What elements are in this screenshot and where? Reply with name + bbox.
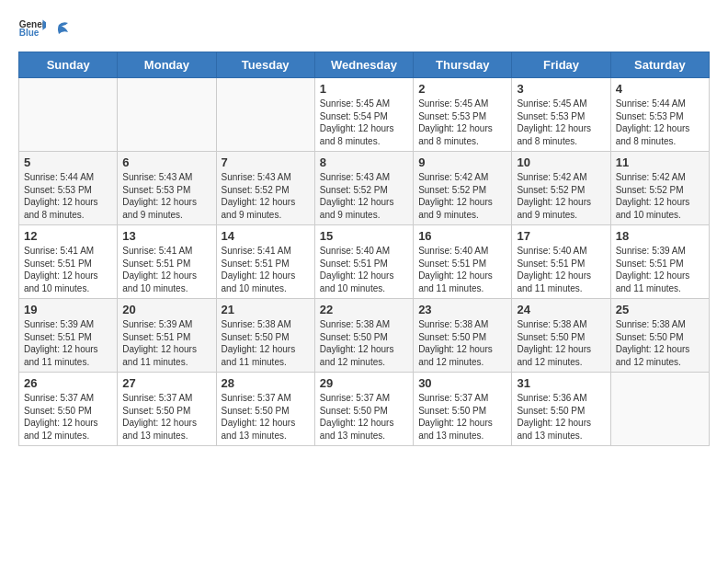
calendar-week-row: 1Sunrise: 5:45 AM Sunset: 5:54 PM Daylig… bbox=[19, 78, 710, 152]
logo: General Blue bbox=[18, 18, 70, 37]
day-number: 11 bbox=[616, 155, 704, 169]
day-number: 15 bbox=[320, 229, 408, 243]
day-info: Sunrise: 5:40 AM Sunset: 5:51 PM Dayligh… bbox=[517, 245, 605, 294]
day-info: Sunrise: 5:38 AM Sunset: 5:50 PM Dayligh… bbox=[418, 318, 506, 368]
day-info: Sunrise: 5:42 AM Sunset: 5:52 PM Dayligh… bbox=[418, 171, 506, 221]
day-info: Sunrise: 5:40 AM Sunset: 5:51 PM Dayligh… bbox=[320, 245, 408, 294]
day-number: 9 bbox=[418, 155, 506, 169]
calendar-cell: 30Sunrise: 5:37 AM Sunset: 5:50 PM Dayli… bbox=[414, 373, 512, 446]
calendar-cell: 7Sunrise: 5:43 AM Sunset: 5:52 PM Daylig… bbox=[216, 152, 314, 225]
calendar-cell: 25Sunrise: 5:38 AM Sunset: 5:50 PM Dayli… bbox=[610, 299, 709, 373]
calendar-cell: 4Sunrise: 5:44 AM Sunset: 5:53 PM Daylig… bbox=[610, 78, 709, 152]
day-info: Sunrise: 5:40 AM Sunset: 5:51 PM Dayligh… bbox=[418, 245, 506, 294]
day-info: Sunrise: 5:36 AM Sunset: 5:50 PM Dayligh… bbox=[517, 392, 605, 442]
day-info: Sunrise: 5:39 AM Sunset: 5:51 PM Dayligh… bbox=[616, 245, 704, 294]
day-info: Sunrise: 5:44 AM Sunset: 5:53 PM Dayligh… bbox=[616, 98, 704, 147]
day-number: 8 bbox=[320, 155, 408, 169]
calendar-cell: 6Sunrise: 5:43 AM Sunset: 5:53 PM Daylig… bbox=[118, 152, 216, 225]
day-number: 5 bbox=[24, 155, 112, 169]
day-number: 17 bbox=[517, 229, 605, 243]
day-number: 26 bbox=[24, 376, 112, 390]
day-info: Sunrise: 5:42 AM Sunset: 5:52 PM Dayligh… bbox=[616, 171, 704, 221]
calendar-cell: 31Sunrise: 5:36 AM Sunset: 5:50 PM Dayli… bbox=[512, 373, 610, 446]
day-number: 22 bbox=[320, 303, 408, 316]
calendar-cell: 14Sunrise: 5:41 AM Sunset: 5:51 PM Dayli… bbox=[216, 225, 314, 299]
calendar-body: 1Sunrise: 5:45 AM Sunset: 5:54 PM Daylig… bbox=[19, 78, 710, 446]
day-info: Sunrise: 5:37 AM Sunset: 5:50 PM Dayligh… bbox=[418, 392, 506, 442]
logo-icon: General Blue bbox=[18, 18, 46, 37]
day-info: Sunrise: 5:41 AM Sunset: 5:51 PM Dayligh… bbox=[122, 245, 210, 294]
calendar-cell: 23Sunrise: 5:38 AM Sunset: 5:50 PM Dayli… bbox=[414, 299, 512, 373]
day-info: Sunrise: 5:38 AM Sunset: 5:50 PM Dayligh… bbox=[517, 318, 605, 368]
day-info: Sunrise: 5:37 AM Sunset: 5:50 PM Dayligh… bbox=[122, 392, 210, 442]
calendar-cell: 2Sunrise: 5:45 AM Sunset: 5:53 PM Daylig… bbox=[414, 78, 512, 152]
calendar-cell bbox=[610, 373, 709, 446]
calendar-cell: 11Sunrise: 5:42 AM Sunset: 5:52 PM Dayli… bbox=[610, 152, 709, 225]
calendar-cell: 15Sunrise: 5:40 AM Sunset: 5:51 PM Dayli… bbox=[314, 225, 413, 299]
day-number: 20 bbox=[122, 303, 210, 316]
logo-bird-icon bbox=[50, 21, 70, 38]
day-info: Sunrise: 5:39 AM Sunset: 5:51 PM Dayligh… bbox=[122, 318, 210, 368]
day-info: Sunrise: 5:37 AM Sunset: 5:50 PM Dayligh… bbox=[320, 392, 408, 442]
day-number: 1 bbox=[320, 82, 408, 96]
day-of-week-header: Monday bbox=[118, 52, 216, 78]
day-info: Sunrise: 5:38 AM Sunset: 5:50 PM Dayligh… bbox=[616, 318, 704, 368]
day-info: Sunrise: 5:44 AM Sunset: 5:53 PM Dayligh… bbox=[24, 171, 112, 221]
day-info: Sunrise: 5:42 AM Sunset: 5:52 PM Dayligh… bbox=[517, 171, 605, 221]
day-of-week-header: Sunday bbox=[19, 52, 118, 78]
calendar-cell: 29Sunrise: 5:37 AM Sunset: 5:50 PM Dayli… bbox=[314, 373, 413, 446]
day-info: Sunrise: 5:45 AM Sunset: 5:53 PM Dayligh… bbox=[517, 98, 605, 147]
day-number: 7 bbox=[222, 155, 310, 169]
day-number: 23 bbox=[418, 303, 506, 316]
calendar-cell: 21Sunrise: 5:38 AM Sunset: 5:50 PM Dayli… bbox=[216, 299, 314, 373]
day-number: 16 bbox=[418, 229, 506, 243]
calendar-cell: 18Sunrise: 5:39 AM Sunset: 5:51 PM Dayli… bbox=[610, 225, 709, 299]
calendar-cell: 16Sunrise: 5:40 AM Sunset: 5:51 PM Dayli… bbox=[414, 225, 512, 299]
day-info: Sunrise: 5:45 AM Sunset: 5:53 PM Dayligh… bbox=[418, 98, 506, 147]
svg-text:Blue: Blue bbox=[19, 28, 40, 37]
day-number: 10 bbox=[517, 155, 605, 169]
calendar-cell: 26Sunrise: 5:37 AM Sunset: 5:50 PM Dayli… bbox=[19, 373, 118, 446]
header: General Blue bbox=[18, 18, 710, 37]
calendar-cell: 5Sunrise: 5:44 AM Sunset: 5:53 PM Daylig… bbox=[19, 152, 118, 225]
calendar-cell: 24Sunrise: 5:38 AM Sunset: 5:50 PM Dayli… bbox=[512, 299, 610, 373]
day-of-week-header: Tuesday bbox=[216, 52, 314, 78]
calendar-cell: 13Sunrise: 5:41 AM Sunset: 5:51 PM Dayli… bbox=[118, 225, 216, 299]
calendar-cell: 19Sunrise: 5:39 AM Sunset: 5:51 PM Dayli… bbox=[19, 299, 118, 373]
day-of-week-header: Wednesday bbox=[314, 52, 413, 78]
day-of-week-header: Friday bbox=[512, 52, 610, 78]
day-info: Sunrise: 5:39 AM Sunset: 5:51 PM Dayligh… bbox=[24, 318, 112, 368]
calendar-cell: 12Sunrise: 5:41 AM Sunset: 5:51 PM Dayli… bbox=[19, 225, 118, 299]
calendar-week-row: 5Sunrise: 5:44 AM Sunset: 5:53 PM Daylig… bbox=[19, 152, 710, 225]
calendar-header-row: SundayMondayTuesdayWednesdayThursdayFrid… bbox=[19, 52, 710, 78]
day-of-week-header: Saturday bbox=[610, 52, 709, 78]
day-number: 13 bbox=[122, 229, 210, 243]
calendar-cell bbox=[216, 78, 314, 152]
calendar-cell: 1Sunrise: 5:45 AM Sunset: 5:54 PM Daylig… bbox=[314, 78, 413, 152]
day-info: Sunrise: 5:45 AM Sunset: 5:54 PM Dayligh… bbox=[320, 98, 408, 147]
day-info: Sunrise: 5:41 AM Sunset: 5:51 PM Dayligh… bbox=[24, 245, 112, 294]
calendar-cell: 17Sunrise: 5:40 AM Sunset: 5:51 PM Dayli… bbox=[512, 225, 610, 299]
day-number: 19 bbox=[24, 303, 112, 316]
day-number: 4 bbox=[616, 82, 704, 96]
calendar-cell bbox=[118, 78, 216, 152]
calendar-cell: 28Sunrise: 5:37 AM Sunset: 5:50 PM Dayli… bbox=[216, 373, 314, 446]
calendar-cell: 9Sunrise: 5:42 AM Sunset: 5:52 PM Daylig… bbox=[414, 152, 512, 225]
day-info: Sunrise: 5:43 AM Sunset: 5:52 PM Dayligh… bbox=[222, 171, 310, 221]
day-number: 24 bbox=[517, 303, 605, 316]
day-number: 12 bbox=[24, 229, 112, 243]
calendar-week-row: 26Sunrise: 5:37 AM Sunset: 5:50 PM Dayli… bbox=[19, 373, 710, 446]
day-of-week-header: Thursday bbox=[414, 52, 512, 78]
calendar-cell: 22Sunrise: 5:38 AM Sunset: 5:50 PM Dayli… bbox=[314, 299, 413, 373]
day-number: 30 bbox=[418, 376, 506, 390]
day-number: 28 bbox=[222, 376, 310, 390]
calendar-cell: 10Sunrise: 5:42 AM Sunset: 5:52 PM Dayli… bbox=[512, 152, 610, 225]
day-info: Sunrise: 5:43 AM Sunset: 5:52 PM Dayligh… bbox=[320, 171, 408, 221]
day-number: 18 bbox=[616, 229, 704, 243]
day-number: 21 bbox=[222, 303, 310, 316]
day-number: 29 bbox=[320, 376, 408, 390]
day-info: Sunrise: 5:43 AM Sunset: 5:53 PM Dayligh… bbox=[122, 171, 210, 221]
day-number: 31 bbox=[517, 376, 605, 390]
calendar-cell: 20Sunrise: 5:39 AM Sunset: 5:51 PM Dayli… bbox=[118, 299, 216, 373]
day-number: 14 bbox=[222, 229, 310, 243]
